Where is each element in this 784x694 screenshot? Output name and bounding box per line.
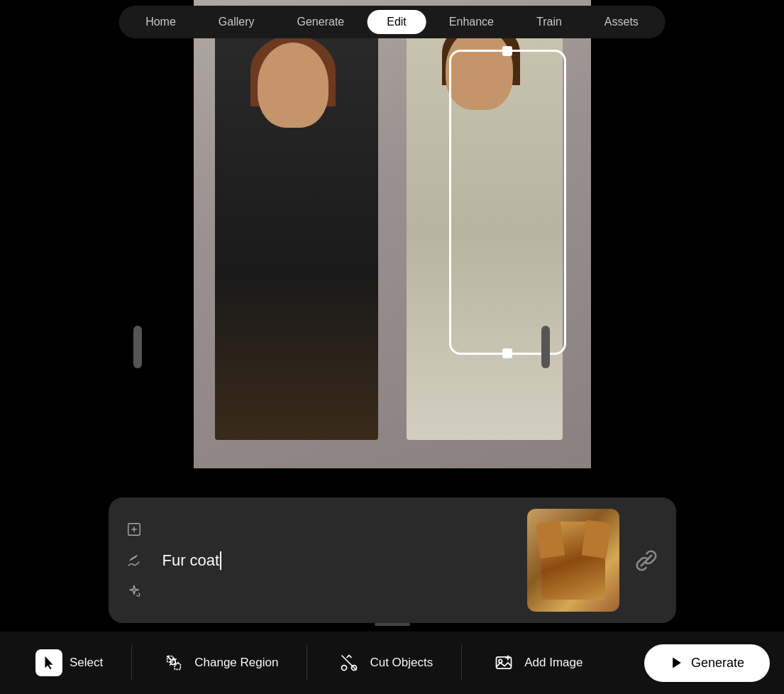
svg-point-13 <box>342 666 347 671</box>
bottom-toolbar: Select Change Region Cut Objects <box>0 632 784 694</box>
prompt-text: Fur coat <box>162 551 220 570</box>
fur-coat-collar-right <box>581 519 611 558</box>
fur-coat-collar-left <box>535 519 565 558</box>
add-image-label: Add Image <box>524 656 583 670</box>
svg-marker-19 <box>673 658 681 668</box>
svg-line-3 <box>138 593 140 594</box>
cut-objects-tool[interactable]: Cut Objects <box>314 649 454 676</box>
nav-home[interactable]: Home <box>126 10 196 34</box>
svg-marker-7 <box>45 656 53 669</box>
generate-label: Generate <box>691 656 744 671</box>
svg-line-6 <box>641 555 652 566</box>
svg-line-5 <box>138 595 140 596</box>
cut-objects-label: Cut Objects <box>370 656 433 670</box>
change-region-icon <box>160 649 187 676</box>
cut-objects-icon <box>336 649 363 676</box>
toolbar-sep-1 <box>131 645 132 681</box>
change-region-tool[interactable]: Change Region <box>139 649 299 676</box>
prompt-box: Fur coat <box>109 497 676 623</box>
toolbar-sep-2 <box>307 645 307 681</box>
change-region-label: Change Region <box>194 656 278 670</box>
selection-handle-bottom[interactable] <box>502 348 512 358</box>
top-navigation: Home Gallery Generate Edit Enhance Train… <box>118 6 666 38</box>
nav-generate[interactable]: Generate <box>277 10 365 34</box>
selection-tool-icon[interactable] <box>123 518 145 541</box>
nav-assets[interactable]: Assets <box>585 10 658 34</box>
image-canvas <box>194 0 591 468</box>
figure-left <box>215 28 378 440</box>
scroll-handle-right[interactable] <box>541 326 550 368</box>
nav-enhance[interactable]: Enhance <box>429 10 514 34</box>
figure-left-head <box>258 43 328 128</box>
brush-tool-icon[interactable] <box>123 549 145 572</box>
svg-line-12 <box>342 656 357 671</box>
add-image-icon <box>490 649 517 676</box>
selection-box[interactable] <box>449 50 566 355</box>
nav-edit[interactable]: Edit <box>367 10 426 34</box>
toolbar-sep-3 <box>461 645 462 681</box>
prompt-tools <box>123 518 151 603</box>
fur-coat-shape <box>541 522 605 600</box>
select-icon <box>35 649 62 676</box>
magic-tool-icon[interactable] <box>123 580 145 603</box>
nav-gallery[interactable]: Gallery <box>199 10 275 34</box>
scroll-handle-left[interactable] <box>133 326 142 368</box>
nav-train[interactable]: Train <box>517 10 582 34</box>
select-tool[interactable]: Select <box>14 649 124 676</box>
scroll-indicator <box>375 623 410 626</box>
select-label: Select <box>70 656 103 670</box>
fur-coat-preview[interactable] <box>527 509 619 612</box>
link-icon[interactable] <box>631 545 662 576</box>
generate-button[interactable]: Generate <box>644 644 770 682</box>
main-image[interactable] <box>194 0 591 468</box>
selection-handle-top[interactable] <box>502 46 512 56</box>
svg-rect-15 <box>497 657 512 668</box>
prompt-cursor <box>220 551 221 570</box>
add-image-tool[interactable]: Add Image <box>469 649 604 676</box>
svg-line-4 <box>136 595 138 596</box>
prompt-input-area[interactable]: Fur coat <box>162 551 516 570</box>
